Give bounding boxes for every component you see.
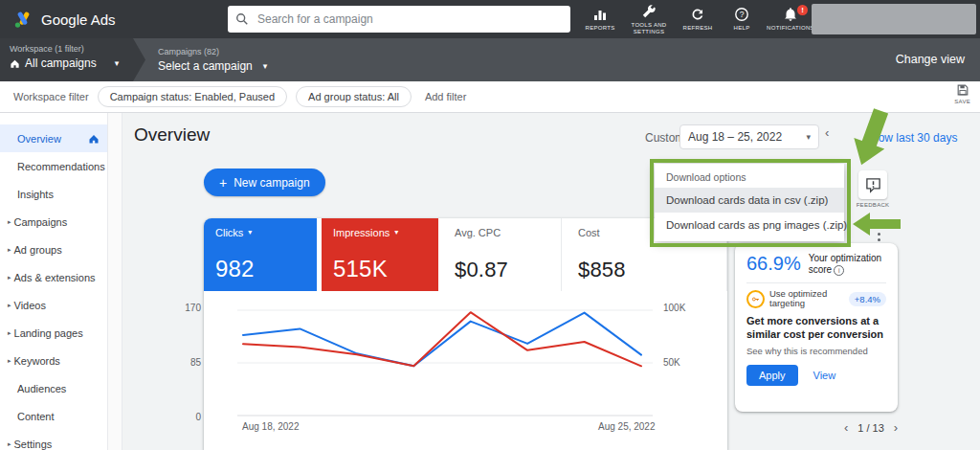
- help-icon: ?: [734, 7, 749, 22]
- info-icon[interactable]: [834, 265, 844, 276]
- nav-reports[interactable]: REPORTS: [578, 4, 622, 34]
- divider: [746, 282, 886, 283]
- sidebar-item-overview[interactable]: Overview: [0, 124, 107, 152]
- date-range-picker[interactable]: Aug 18 – 25, 2022: [679, 124, 819, 149]
- nav-refresh[interactable]: REFRESH: [676, 4, 720, 34]
- nav-tools-and-settings[interactable]: TOOLS AND SETTINGS: [622, 1, 676, 38]
- filter-chip-adgroup-status[interactable]: Ad group status: All: [296, 86, 412, 107]
- date-range-value: Aug 18 – 25, 2022: [688, 130, 782, 144]
- topbar: Google Ads REPORTS TOOLS AND SETTINGS: [0, 0, 980, 38]
- caret-down-icon: [115, 59, 120, 68]
- filter-chip-campaign-status[interactable]: Campaign status: Enabled, Paused: [98, 86, 287, 107]
- campaign-selector[interactable]: Campaigns (82) Select a campaign: [158, 38, 267, 81]
- sidebar-item-label: Videos: [14, 300, 46, 311]
- google-ads-logo-icon: [13, 10, 33, 30]
- brand-name: Google Ads: [41, 11, 116, 28]
- bell-icon: [783, 7, 798, 22]
- context-bar: Workspace (1 filter) All campaigns Campa…: [0, 38, 980, 81]
- filter-bar-title: Workspace filter: [13, 91, 89, 102]
- scorecard-value: $0.87: [455, 258, 549, 282]
- filter-bar: Workspace filter Campaign status: Enable…: [0, 81, 980, 113]
- scorecard-label: Avg. CPC: [455, 227, 501, 238]
- sidebar-item-label: Ad groups: [14, 244, 62, 256]
- optimization-score-label: Your optimization score: [809, 253, 881, 275]
- scorecard-clicks[interactable]: Clicks 982: [204, 218, 317, 291]
- recommendation-pager: 1 / 13: [825, 421, 917, 434]
- pager-prev-chevron[interactable]: [844, 421, 848, 434]
- nav-label: REFRESH: [683, 25, 713, 32]
- menu-item-download-png[interactable]: Download cards as png images (.zip): [655, 213, 844, 237]
- sidebar-item-label: Audiences: [17, 383, 66, 394]
- expand-arrow-icon: [8, 218, 11, 225]
- sidebar-item-insights[interactable]: Insights: [0, 180, 107, 208]
- pager-next-chevron[interactable]: [894, 421, 898, 434]
- home-icon: [10, 58, 20, 69]
- feedback-label: FEEDBACK: [857, 202, 890, 208]
- account-info-redacted: [812, 4, 976, 34]
- download-menu-header: Download options: [655, 164, 844, 188]
- y-axis-right-tick: 50K: [663, 357, 680, 368]
- y-axis-left-tick: 0: [180, 412, 201, 422]
- sidebar-item-recommendations[interactable]: Recommendations: [0, 152, 107, 180]
- sidebar-item-label: Campaigns: [14, 216, 68, 228]
- sidebar-item-videos[interactable]: Videos: [0, 291, 107, 319]
- overview-card: Clicks 982 Impressions 515K Avg. CPC $0.…: [204, 218, 727, 450]
- expand-arrow-icon: [8, 329, 11, 336]
- caret-down-icon: [806, 133, 811, 142]
- y-axis-right-tick: 100K: [663, 303, 685, 313]
- home-icon: [88, 133, 100, 145]
- search-icon: [235, 12, 249, 26]
- campaigns-label: Campaigns (82): [158, 47, 267, 56]
- sidebar-item-label: Overview: [17, 133, 61, 145]
- optimization-score: 66.9%: [746, 253, 801, 275]
- download-options-menu: Download options Download cards data in …: [655, 164, 844, 241]
- pager-position: 1 / 13: [858, 422, 884, 434]
- sidebar-item-campaigns[interactable]: Campaigns: [0, 208, 107, 236]
- feedback-button[interactable]: FEEDBACK: [854, 170, 892, 208]
- recommendation-note[interactable]: See why this is recommended: [746, 346, 886, 356]
- uplift-badge: +8.4%: [849, 292, 886, 306]
- caret-down-icon: [263, 62, 268, 71]
- apply-button[interactable]: Apply: [746, 365, 798, 386]
- workspace-selector[interactable]: Workspace (1 filter) All campaigns: [0, 38, 145, 81]
- menu-item-download-csv[interactable]: Download cards data in csv (.zip): [655, 188, 844, 213]
- bar-chart-icon: [592, 7, 608, 22]
- add-filter-link[interactable]: Add filter: [425, 91, 466, 102]
- campaign-search[interactable]: [228, 6, 570, 33]
- sidebar-item-ad-groups[interactable]: Ad groups: [0, 236, 107, 263]
- search-input[interactable]: [256, 11, 563, 27]
- plus-icon: [219, 176, 227, 190]
- view-link[interactable]: View: [813, 370, 836, 381]
- sidebar-item-landing-pages[interactable]: Landing pages: [0, 319, 107, 347]
- sidebar-item-audiences[interactable]: Audiences: [0, 374, 107, 402]
- caret-down-icon: [248, 229, 252, 236]
- sidebar-item-content[interactable]: Content: [0, 402, 107, 430]
- new-campaign-button[interactable]: New campaign: [204, 169, 325, 196]
- scorecard-value: $858: [578, 258, 715, 282]
- google-ads-logo[interactable]: Google Ads: [13, 10, 116, 30]
- scorecard-impressions[interactable]: Impressions 515K: [322, 218, 438, 291]
- nav-notifications[interactable]: ! NOTIFICATIONS: [764, 4, 817, 34]
- sidebar-item-ads-extensions[interactable]: Ads & extensions: [0, 263, 107, 291]
- sidebar-item-label: Insights: [17, 189, 54, 200]
- expand-arrow-icon: [8, 246, 11, 253]
- scorecard-value: 982: [215, 256, 305, 282]
- date-prev-chevron[interactable]: [825, 126, 829, 139]
- google-ads-overview-page: Google Ads REPORTS TOOLS AND SETTINGS: [0, 0, 980, 450]
- scorecard-avg-cpc[interactable]: Avg. CPC $0.87: [443, 218, 562, 291]
- nav-label: HELP: [734, 25, 750, 32]
- save-button[interactable]: SAVE: [954, 83, 970, 104]
- y-axis-left-tick: 85: [180, 357, 201, 368]
- show-last-30-days-link[interactable]: Show last 30 days: [864, 131, 957, 145]
- svg-text:?: ?: [740, 10, 745, 19]
- sidebar-item-label: Recommendations: [17, 161, 105, 172]
- recommendation-title[interactable]: Use optimized targeting: [769, 289, 844, 308]
- scorecard-label: Clicks: [215, 227, 243, 238]
- expand-arrow-icon: [8, 302, 11, 308]
- sidebar-item-keywords[interactable]: Keywords: [0, 347, 107, 374]
- change-view-link[interactable]: Change view: [896, 53, 965, 66]
- sidebar-item-label: Settings: [14, 439, 53, 450]
- recommendation-headline: Get more conversions at a similar cost p…: [746, 314, 886, 341]
- nav-help[interactable]: ? HELP: [720, 4, 764, 34]
- sidebar-item-settings[interactable]: Settings: [0, 430, 107, 450]
